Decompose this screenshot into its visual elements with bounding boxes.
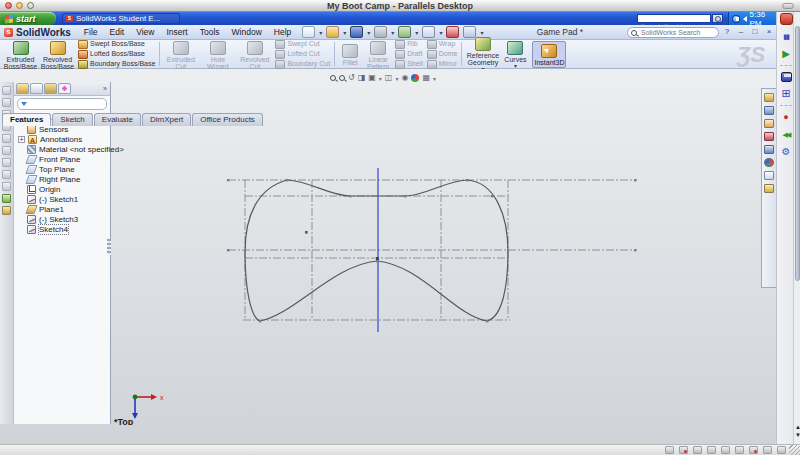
appearances-icon[interactable] (764, 158, 774, 167)
left-toolbar-icon[interactable] (2, 182, 11, 191)
swept-boss-base-button[interactable]: Swept Boss/Base (78, 40, 155, 49)
dropdown-icon[interactable]: ▾ (319, 29, 322, 36)
expand-icon[interactable]: + (18, 136, 25, 143)
file-explorer-icon[interactable] (764, 119, 774, 128)
tab-evaluate[interactable]: Evaluate (94, 113, 141, 126)
close-icon[interactable]: × (764, 27, 774, 36)
tree-filter-box[interactable] (17, 98, 107, 110)
mac-collapse-pill-icon[interactable] (782, 3, 794, 9)
boundary-boss-base-button[interactable]: Boundary Boss/Base (78, 60, 155, 69)
design-library-icon[interactable] (764, 106, 774, 115)
rebuild-icon[interactable] (446, 26, 459, 38)
previous-view-icon[interactable]: ↺ (348, 73, 355, 83)
dimxpert-manager-tab-icon[interactable] (58, 83, 71, 94)
stop-vm-icon[interactable] (780, 13, 793, 25)
linear-pattern-button[interactable]: Linear Pattern (363, 39, 393, 70)
tree-item-material[interactable]: Material <not specified> (18, 144, 110, 154)
tab-office-products[interactable]: Office Products (192, 113, 263, 126)
edit-appearance-icon[interactable] (411, 74, 419, 82)
pause-vm-icon[interactable]: ▮▮ (783, 31, 789, 42)
dropdown-icon[interactable]: ▾ (439, 29, 442, 36)
instant3d-button[interactable]: Instant3D (532, 41, 566, 68)
construction-lines[interactable] (228, 180, 637, 320)
scrollbar-thumb[interactable] (795, 26, 800, 281)
hole-wizard-button[interactable]: Hole Wizard (199, 39, 236, 70)
dome-button[interactable]: Dome (427, 50, 458, 59)
left-toolbar-icon[interactable] (2, 146, 11, 155)
undo-icon[interactable] (398, 26, 411, 38)
tree-item-sketch3[interactable]: (-) Sketch3 (18, 214, 110, 224)
printer-device-icon[interactable] (721, 446, 730, 454)
video-device-icon[interactable] (777, 446, 786, 454)
tree-item-origin[interactable]: Origin (18, 184, 110, 194)
curves-button[interactable]: Curves▾ (501, 39, 529, 70)
swept-cut-button[interactable]: Swept Cut (275, 40, 330, 49)
dropdown-icon[interactable]: ▾ (379, 75, 382, 82)
zoom-to-fit-icon[interactable] (330, 75, 336, 81)
lofted-cut-button[interactable]: Lofted Cut (275, 50, 330, 59)
open-icon[interactable] (326, 26, 339, 38)
view-palette-icon[interactable] (764, 145, 774, 154)
chevron-right-icon[interactable]: » (103, 85, 107, 92)
minimize-icon[interactable]: – (736, 27, 746, 36)
select-icon[interactable] (422, 26, 435, 38)
dropdown-icon[interactable]: ▾ (343, 29, 346, 36)
revert-snapshot-icon[interactable]: ◀◀ (783, 129, 790, 140)
mirror-button[interactable]: Mirror (427, 60, 458, 69)
left-toolbar-icon[interactable] (2, 86, 11, 95)
settings-gear-icon[interactable]: ⚙ (782, 146, 791, 157)
sketch-origin-point[interactable] (376, 257, 379, 260)
tree-filter-input[interactable] (29, 100, 103, 109)
help-icon[interactable]: ? (722, 27, 732, 36)
keyboard-device-icon[interactable] (763, 446, 772, 454)
boundary-cut-button[interactable]: Boundary Cut (275, 60, 330, 69)
floppy-device-icon[interactable] (693, 446, 702, 454)
save-icon[interactable] (350, 26, 363, 38)
menu-help[interactable]: Help (269, 26, 296, 38)
configuration-manager-tab-icon[interactable] (44, 83, 57, 94)
dropdown-icon[interactable]: ▾ (367, 29, 370, 36)
taskbar-task-solidworks[interactable]: S SolidWorks Student E... (62, 13, 180, 24)
revolved-cut-button[interactable]: Revolved Cut (236, 39, 273, 70)
maximize-icon[interactable]: □ (750, 27, 760, 36)
display-style-icon[interactable]: ◫ (385, 73, 393, 83)
extruded-cut-button[interactable]: Extruded Cut (162, 39, 199, 70)
tab-sketch[interactable]: Sketch (52, 113, 92, 126)
rib-button[interactable]: Rib (395, 40, 423, 49)
menu-edit[interactable]: Edit (105, 26, 130, 38)
view-orientation-icon[interactable]: ▣ (368, 73, 376, 83)
desktop-search-button[interactable] (712, 14, 723, 23)
scroll-down-icon[interactable]: ▼ (795, 432, 800, 439)
property-manager-tab-icon[interactable] (30, 83, 43, 94)
dropdown-icon[interactable]: ▾ (391, 29, 394, 36)
volume-icon[interactable] (743, 16, 747, 22)
revolved-boss-base-button[interactable]: Revolved Boss/Base (39, 39, 76, 70)
record-icon[interactable]: ● (783, 112, 788, 123)
network-device-icon[interactable] (679, 446, 688, 454)
menu-tools[interactable]: Tools (195, 26, 225, 38)
start-vm-icon[interactable]: ▶ (782, 48, 790, 59)
resize-grip[interactable] (789, 445, 800, 455)
hide-show-items-icon[interactable]: ◉ (401, 73, 408, 83)
apply-scene-icon[interactable]: ▦ (422, 73, 430, 83)
tree-item-sketch1[interactable]: (-) Sketch1 (18, 194, 110, 204)
zoom-to-area-icon[interactable] (339, 75, 345, 81)
tab-dimxpert[interactable]: DimXpert (142, 113, 191, 126)
tab-features[interactable]: Features (2, 113, 51, 126)
fillet-button[interactable]: Fillet (337, 42, 363, 66)
tree-item-front-plane[interactable]: Front Plane (18, 154, 110, 164)
search-tab-icon[interactable] (764, 132, 774, 141)
menu-window[interactable]: Window (227, 26, 267, 38)
draft-button[interactable]: Draft (395, 50, 423, 59)
usb-device-icon[interactable] (735, 446, 744, 454)
desktop-search-box[interactable] (637, 14, 711, 23)
solidworks-search-box[interactable] (627, 27, 719, 38)
new-document-icon[interactable] (302, 26, 315, 38)
menu-view[interactable]: View (131, 26, 159, 38)
snapshot-icon[interactable] (781, 72, 792, 82)
lofted-boss-base-button[interactable]: Lofted Boss/Base (78, 50, 155, 59)
left-toolbar-icon[interactable] (2, 206, 11, 215)
sound-device-icon[interactable] (749, 446, 758, 454)
dropdown-icon[interactable]: ▾ (433, 75, 436, 82)
menu-insert[interactable]: Insert (161, 26, 192, 38)
